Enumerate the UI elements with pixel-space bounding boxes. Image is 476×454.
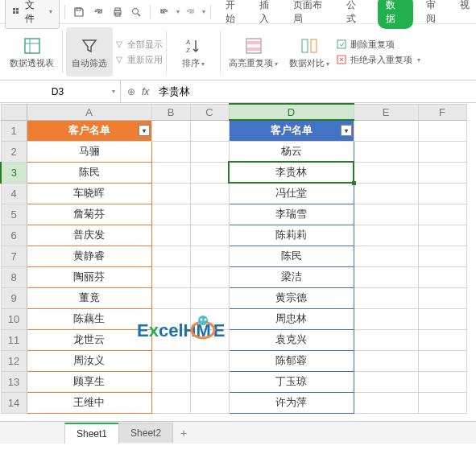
- cell[interactable]: [151, 371, 190, 392]
- row-header[interactable]: 10: [1, 308, 27, 329]
- cell[interactable]: [190, 392, 229, 413]
- col-header-B[interactable]: B: [151, 104, 190, 120]
- zoom-icon[interactable]: ⊕: [127, 86, 135, 97]
- cell[interactable]: [354, 392, 418, 413]
- cell[interactable]: 陈郁蓉: [229, 350, 354, 371]
- cell[interactable]: 杨云: [229, 141, 354, 162]
- ribbon-pivot[interactable]: 数据透视表: [5, 27, 59, 76]
- file-menu[interactable]: 文件 ▾: [5, 0, 60, 29]
- cell[interactable]: [190, 225, 229, 246]
- cell[interactable]: [190, 287, 229, 308]
- row-header[interactable]: 1: [1, 120, 27, 141]
- cell[interactable]: [354, 266, 418, 287]
- ribbon-autofilter[interactable]: 自动筛选: [66, 27, 113, 76]
- cell[interactable]: 陶丽芬: [27, 266, 151, 287]
- cell[interactable]: [418, 141, 466, 162]
- select-all-corner[interactable]: [1, 104, 27, 120]
- row-header[interactable]: 5: [1, 204, 27, 225]
- row-header[interactable]: 4: [1, 183, 27, 204]
- cell[interactable]: 马骊: [27, 141, 151, 162]
- cell[interactable]: 冯仕堂: [229, 183, 354, 204]
- cell[interactable]: 顾享生: [27, 371, 151, 392]
- cell[interactable]: [354, 287, 418, 308]
- redo-icon[interactable]: [89, 3, 107, 21]
- add-sheet-button[interactable]: +: [172, 423, 195, 443]
- row-header[interactable]: 3: [1, 162, 27, 183]
- cell[interactable]: [354, 350, 418, 371]
- filter-dropdown-icon[interactable]: ▾: [139, 125, 150, 136]
- undo-icon[interactable]: [155, 3, 173, 21]
- cell[interactable]: [354, 246, 418, 266]
- cell[interactable]: [190, 141, 229, 162]
- cell[interactable]: 龙世云: [27, 329, 151, 350]
- cell[interactable]: 李瑞雪: [229, 204, 354, 225]
- row-header[interactable]: 2: [1, 141, 27, 162]
- cell[interactable]: [151, 120, 190, 141]
- cell[interactable]: 丁玉琼: [229, 371, 354, 392]
- spreadsheet-grid[interactable]: A B C D E F 1客户名单▾客户名单▾2马骊杨云3陈民李贵林4车晓晖冯仕…: [0, 103, 467, 414]
- cell[interactable]: [190, 162, 229, 183]
- sheet-tab-2[interactable]: Sheet2: [118, 423, 173, 443]
- print-icon[interactable]: [109, 3, 126, 21]
- ribbon-remove-dup[interactable]: 删除重复项: [336, 39, 420, 51]
- cell[interactable]: [151, 246, 190, 266]
- cell[interactable]: [151, 204, 190, 225]
- col-header-E[interactable]: E: [354, 104, 418, 120]
- cell[interactable]: 袁克兴: [229, 329, 354, 350]
- cell[interactable]: [190, 350, 229, 371]
- cell[interactable]: [190, 266, 229, 287]
- tab-layout[interactable]: 页面布局: [292, 0, 333, 29]
- print-preview-icon[interactable]: [128, 3, 146, 21]
- redo-icon[interactable]: [181, 3, 199, 21]
- cell[interactable]: [418, 246, 466, 266]
- ribbon-sort[interactable]: AZ 排序▾: [170, 27, 217, 76]
- cell[interactable]: [354, 162, 418, 183]
- cell[interactable]: [190, 183, 229, 204]
- cell[interactable]: [151, 287, 190, 308]
- tab-insert[interactable]: 插入: [258, 0, 280, 29]
- cell[interactable]: 周忠林: [229, 308, 354, 329]
- cell[interactable]: [418, 162, 466, 183]
- col-header-F[interactable]: F: [418, 104, 466, 120]
- cell[interactable]: [190, 371, 229, 392]
- sheet-tab-1[interactable]: Sheet1: [64, 423, 119, 444]
- cell[interactable]: 客户名单▾: [229, 120, 354, 141]
- tab-data[interactable]: 数据: [378, 0, 413, 29]
- cell[interactable]: [151, 141, 190, 162]
- ribbon-reapply[interactable]: 重新应用: [114, 54, 163, 66]
- cell[interactable]: 陈莉莉: [229, 225, 354, 246]
- row-header[interactable]: 7: [1, 246, 27, 266]
- cell[interactable]: [190, 308, 229, 329]
- cell[interactable]: [190, 204, 229, 225]
- col-header-A[interactable]: A: [27, 104, 151, 120]
- cell[interactable]: [354, 183, 418, 204]
- cell[interactable]: 梁洁: [229, 266, 354, 287]
- cell[interactable]: [418, 329, 466, 350]
- cell[interactable]: [190, 120, 229, 141]
- cell[interactable]: 黄静睿: [27, 246, 151, 266]
- cell[interactable]: [418, 204, 466, 225]
- name-box[interactable]: ▾: [0, 80, 121, 102]
- cell[interactable]: 陈民: [27, 162, 151, 183]
- row-header[interactable]: 6: [1, 225, 27, 246]
- cell[interactable]: [151, 162, 190, 183]
- cell[interactable]: 客户名单▾: [27, 120, 151, 141]
- cell[interactable]: 许为萍: [229, 392, 354, 413]
- formula-input[interactable]: [155, 84, 470, 99]
- cell[interactable]: [354, 204, 418, 225]
- cell[interactable]: 詹菊芬: [27, 204, 151, 225]
- cell[interactable]: [418, 350, 466, 371]
- cell[interactable]: 车晓晖: [27, 183, 151, 204]
- row-header[interactable]: 11: [1, 329, 27, 350]
- row-header[interactable]: 14: [1, 392, 27, 413]
- cell[interactable]: [151, 308, 190, 329]
- cell[interactable]: [354, 225, 418, 246]
- tab-start[interactable]: 开始: [224, 0, 246, 29]
- cell[interactable]: [418, 392, 466, 413]
- cell[interactable]: 普庆发: [27, 225, 151, 246]
- row-header[interactable]: 9: [1, 287, 27, 308]
- cell[interactable]: [418, 225, 466, 246]
- row-header[interactable]: 12: [1, 350, 27, 371]
- cell-ref-input[interactable]: [5, 86, 110, 97]
- cell[interactable]: 王维中: [27, 392, 151, 413]
